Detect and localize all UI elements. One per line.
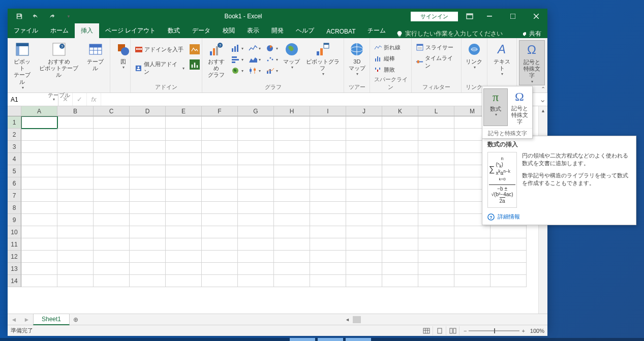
sheet-tab[interactable]: Sheet1 <box>33 314 70 325</box>
get-addins-button[interactable]: アドインを入手 <box>133 44 187 54</box>
tab-acrobat[interactable]: ACROBAT <box>320 25 361 38</box>
maps-button[interactable]: マップ▾ <box>281 40 302 71</box>
timeline-button[interactable]: タイムライン <box>414 53 458 71</box>
qat-dropdown-icon[interactable]: ▼ <box>60 10 76 22</box>
tab-page-layout[interactable]: ページ レイアウト <box>99 23 162 38</box>
horizontal-scrollbar[interactable]: ◄ <box>344 316 547 323</box>
recommended-charts-button[interactable]: ?おすすめ グラフ <box>204 40 228 80</box>
my-addins-button[interactable]: 個人用アドイン▾ <box>133 59 187 77</box>
column-header[interactable]: I <box>310 106 346 116</box>
redo-icon[interactable] <box>44 10 59 22</box>
tab-help[interactable]: ヘルプ <box>290 23 320 38</box>
pie-chart-icon[interactable]: ▾ <box>264 43 280 53</box>
tab-view[interactable]: 表示 <box>241 23 265 38</box>
map-chart-icon[interactable]: ▾ <box>229 66 246 76</box>
insert-function-icon[interactable]: fx <box>87 93 101 106</box>
tab-review[interactable]: 校閲 <box>217 23 241 38</box>
save-icon[interactable] <box>12 10 27 22</box>
area-chart-icon[interactable]: ▾ <box>247 54 263 65</box>
row-header[interactable]: 14 <box>8 275 21 287</box>
row-header[interactable]: 8 <box>8 202 21 214</box>
close-button[interactable] <box>525 9 547 24</box>
row-header[interactable]: 10 <box>8 226 21 238</box>
stock-chart-icon[interactable]: ▾ <box>247 66 263 76</box>
name-box[interactable]: A1▾ <box>8 93 58 106</box>
tell-me-search[interactable]: 実行したい作業を入力してください <box>392 29 507 38</box>
maximize-button[interactable] <box>502 9 524 24</box>
symbols-button[interactable]: Ω記号と 特殊文字▾ <box>519 40 545 85</box>
sparkline-column-button[interactable]: 縦棒 <box>372 53 403 64</box>
ribbon-display-icon[interactable] <box>462 10 477 22</box>
tab-developer[interactable]: 開発 <box>265 23 290 38</box>
table-button[interactable]: テーブル <box>83 40 108 73</box>
tab-data[interactable]: データ <box>186 23 217 38</box>
row-header[interactable]: 5 <box>8 165 21 177</box>
row-header[interactable]: 11 <box>8 238 21 251</box>
sparkline-winloss-button[interactable]: 勝敗 <box>372 65 403 75</box>
column-header[interactable]: D <box>130 106 166 116</box>
formula-enter-icon[interactable]: ✓ <box>73 93 87 106</box>
column-header[interactable]: H <box>274 106 310 116</box>
row-header[interactable]: 1 <box>8 116 21 129</box>
column-chart-icon[interactable]: ▾ <box>229 43 246 53</box>
row-header[interactable]: 3 <box>8 141 21 153</box>
zoom-in-button[interactable]: + <box>522 328 525 334</box>
formula-cancel-icon[interactable]: ✕ <box>58 93 73 106</box>
row-header[interactable]: 6 <box>8 177 21 190</box>
page-break-view-icon[interactable] <box>447 326 459 335</box>
link-button[interactable]: リンク▾ <box>464 40 485 71</box>
normal-view-icon[interactable] <box>421 326 433 335</box>
tooltip-more-info[interactable]: ? 詳細情報 <box>487 213 631 221</box>
row-header[interactable]: 2 <box>8 129 21 141</box>
column-header[interactable]: F <box>202 106 238 116</box>
tab-file[interactable]: ファイル <box>8 23 44 38</box>
tab-home[interactable]: ホーム <box>44 23 75 38</box>
pivot-chart-button[interactable]: ピボットグラフ▾ <box>303 40 342 78</box>
column-header[interactable]: K <box>382 106 418 116</box>
bar-chart-icon[interactable]: ▾ <box>229 54 246 65</box>
undo-icon[interactable] <box>28 10 43 22</box>
row-header[interactable]: 7 <box>8 190 21 202</box>
equation-menu-item[interactable]: π 数式 ▾ <box>483 88 508 126</box>
people-graph-icon[interactable] <box>190 59 200 70</box>
column-header[interactable]: J <box>346 106 382 116</box>
minimize-button[interactable] <box>478 9 501 24</box>
page-layout-view-icon[interactable] <box>434 326 446 335</box>
sparkline-line-button[interactable]: 折れ線 <box>372 42 403 52</box>
tab-team[interactable]: チーム <box>361 23 392 38</box>
pivot-table-button[interactable]: ピボット テーブル▾ <box>10 40 35 91</box>
3d-map-button[interactable]: 3D マップ▾ <box>346 40 367 78</box>
collapse-ribbon-icon[interactable]: ⌃ <box>541 86 545 92</box>
row-header[interactable]: 13 <box>8 263 21 275</box>
add-sheet-button[interactable]: ⊕ <box>70 316 82 323</box>
column-header[interactable]: L <box>418 106 454 116</box>
combo-chart-icon[interactable]: ▾ <box>264 66 280 76</box>
slicer-button[interactable]: スライサー <box>414 42 458 52</box>
column-header[interactable]: B <box>57 106 94 116</box>
sheet-nav[interactable]: ◄► <box>8 316 33 323</box>
cell-a1[interactable] <box>21 116 57 129</box>
select-all-corner[interactable] <box>8 106 21 116</box>
symbol-menu-item[interactable]: Ω 記号と 特殊文字 <box>508 88 531 126</box>
line-chart-icon[interactable]: ▾ <box>247 43 263 53</box>
zoom-out-button[interactable]: − <box>464 328 467 334</box>
bing-maps-icon[interactable] <box>190 44 200 54</box>
column-header[interactable]: C <box>94 106 130 116</box>
cells[interactable] <box>21 116 538 314</box>
column-header[interactable]: G <box>238 106 274 116</box>
recommended-pivot-button[interactable]: ?おすすめ ピボットテーブル <box>36 40 82 80</box>
tab-insert[interactable]: 挿入 <box>75 23 99 38</box>
tab-formulas[interactable]: 数式 <box>162 23 186 38</box>
scatter-chart-icon[interactable]: ▾ <box>264 54 280 65</box>
row-header[interactable]: 4 <box>8 153 21 165</box>
row-header[interactable]: 9 <box>8 214 21 226</box>
column-header[interactable]: A <box>21 106 57 116</box>
zoom-slider[interactable] <box>469 330 519 331</box>
signin-button[interactable]: サインイン <box>411 12 458 21</box>
share-button[interactable]: 共有 <box>514 29 547 38</box>
expand-formula-bar-icon[interactable]: ⌄ <box>537 95 547 104</box>
zoom-value[interactable]: 100% <box>530 328 544 334</box>
row-header[interactable]: 12 <box>8 251 21 263</box>
column-header[interactable]: E <box>166 106 202 116</box>
text-button[interactable]: Aテキスト▾ <box>489 40 514 78</box>
